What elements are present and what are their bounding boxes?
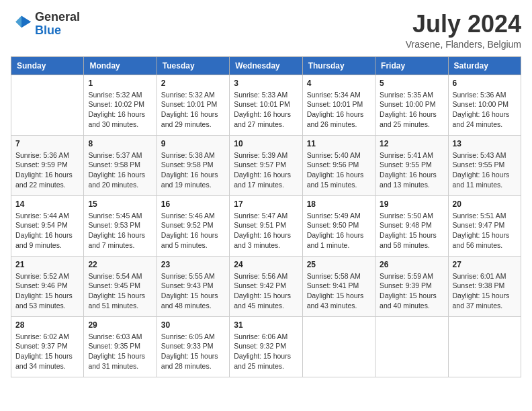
calendar-week-row: 14Sunrise: 5:44 AM Sunset: 9:54 PM Dayli… xyxy=(11,195,521,256)
weekday-header: Friday xyxy=(375,56,448,75)
calendar-cell: 12Sunrise: 5:41 AM Sunset: 9:55 PM Dayli… xyxy=(375,135,448,195)
calendar-cell: 17Sunrise: 5:47 AM Sunset: 9:51 PM Dayli… xyxy=(230,195,302,256)
calendar-cell: 21Sunrise: 5:52 AM Sunset: 9:46 PM Dayli… xyxy=(11,256,84,316)
calendar-cell: 18Sunrise: 5:49 AM Sunset: 9:50 PM Dayli… xyxy=(302,195,375,256)
day-info: Sunrise: 5:51 AM Sunset: 9:47 PM Dayligh… xyxy=(453,211,517,250)
calendar-cell: 1Sunrise: 5:32 AM Sunset: 10:02 PM Dayli… xyxy=(84,75,157,135)
logo: General Blue xyxy=(11,11,80,38)
day-number: 2 xyxy=(161,79,225,88)
day-number: 8 xyxy=(88,139,152,148)
day-number: 16 xyxy=(161,199,225,209)
day-info: Sunrise: 6:03 AM Sunset: 9:35 PM Dayligh… xyxy=(88,332,152,371)
svg-marker-2 xyxy=(15,15,21,28)
weekday-header: Wednesday xyxy=(230,56,302,75)
day-number: 11 xyxy=(307,139,371,148)
svg-marker-1 xyxy=(21,15,31,28)
day-number: 30 xyxy=(161,320,225,330)
calendar-cell: 29Sunrise: 6:03 AM Sunset: 9:35 PM Dayli… xyxy=(84,316,157,377)
calendar-cell: 13Sunrise: 5:43 AM Sunset: 9:55 PM Dayli… xyxy=(448,135,521,195)
weekday-header: Tuesday xyxy=(157,56,229,75)
day-number: 10 xyxy=(234,139,298,148)
calendar-cell: 11Sunrise: 5:40 AM Sunset: 9:56 PM Dayli… xyxy=(302,135,375,195)
day-info: Sunrise: 5:54 AM Sunset: 9:45 PM Dayligh… xyxy=(88,271,152,311)
calendar-cell: 10Sunrise: 5:39 AM Sunset: 9:57 PM Dayli… xyxy=(230,135,302,195)
calendar-cell: 6Sunrise: 5:36 AM Sunset: 10:00 PM Dayli… xyxy=(448,75,521,135)
day-number: 12 xyxy=(380,139,443,148)
day-number: 13 xyxy=(453,139,517,148)
day-number: 28 xyxy=(15,320,79,330)
day-number: 24 xyxy=(234,260,298,269)
day-info: Sunrise: 5:34 AM Sunset: 10:01 PM Daylig… xyxy=(307,90,371,130)
day-number: 6 xyxy=(453,79,517,88)
calendar-cell: 4Sunrise: 5:34 AM Sunset: 10:01 PM Dayli… xyxy=(302,75,375,135)
day-info: Sunrise: 5:36 AM Sunset: 9:59 PM Dayligh… xyxy=(15,150,79,190)
day-number: 23 xyxy=(161,260,225,269)
calendar-header: SundayMondayTuesdayWednesdayThursdayFrid… xyxy=(11,56,521,75)
calendar-week-row: 7Sunrise: 5:36 AM Sunset: 9:59 PM Daylig… xyxy=(11,135,521,195)
day-info: Sunrise: 5:52 AM Sunset: 9:46 PM Dayligh… xyxy=(15,271,79,311)
day-number: 14 xyxy=(15,199,79,209)
calendar-cell xyxy=(11,75,84,135)
calendar-cell: 14Sunrise: 5:44 AM Sunset: 9:54 PM Dayli… xyxy=(11,195,84,256)
day-number: 3 xyxy=(234,79,298,88)
day-info: Sunrise: 5:35 AM Sunset: 10:00 PM Daylig… xyxy=(380,90,443,130)
calendar-cell: 15Sunrise: 5:45 AM Sunset: 9:53 PM Dayli… xyxy=(84,195,157,256)
day-number: 29 xyxy=(88,320,152,330)
day-number: 22 xyxy=(88,260,152,269)
page-header: General Blue July 2024 Vrasene, Flanders… xyxy=(11,11,521,50)
day-info: Sunrise: 5:33 AM Sunset: 10:01 PM Daylig… xyxy=(234,90,298,130)
calendar-cell xyxy=(302,316,375,377)
day-info: Sunrise: 5:41 AM Sunset: 9:55 PM Dayligh… xyxy=(380,150,443,190)
day-number: 4 xyxy=(307,79,371,88)
day-info: Sunrise: 5:47 AM Sunset: 9:51 PM Dayligh… xyxy=(234,211,298,250)
weekday-header: Sunday xyxy=(11,56,84,75)
calendar-cell: 31Sunrise: 6:06 AM Sunset: 9:32 PM Dayli… xyxy=(230,316,302,377)
weekday-header: Thursday xyxy=(302,56,375,75)
day-info: Sunrise: 5:32 AM Sunset: 10:01 PM Daylig… xyxy=(161,90,225,130)
day-info: Sunrise: 5:40 AM Sunset: 9:56 PM Dayligh… xyxy=(307,150,371,190)
logo-line1: General xyxy=(35,11,80,24)
day-info: Sunrise: 5:46 AM Sunset: 9:52 PM Dayligh… xyxy=(161,211,225,250)
day-number: 26 xyxy=(380,260,443,269)
logo-line2: Blue xyxy=(35,24,80,38)
day-number: 1 xyxy=(88,79,152,88)
calendar-week-row: 1Sunrise: 5:32 AM Sunset: 10:02 PM Dayli… xyxy=(11,75,521,135)
calendar-cell: 30Sunrise: 6:05 AM Sunset: 9:33 PM Dayli… xyxy=(157,316,229,377)
calendar-cell xyxy=(375,316,448,377)
day-info: Sunrise: 5:50 AM Sunset: 9:48 PM Dayligh… xyxy=(380,211,443,250)
day-info: Sunrise: 5:59 AM Sunset: 9:39 PM Dayligh… xyxy=(380,271,443,311)
day-number: 18 xyxy=(307,199,371,209)
location: Vrasene, Flanders, Belgium xyxy=(406,39,521,50)
calendar-cell: 20Sunrise: 5:51 AM Sunset: 9:47 PM Dayli… xyxy=(448,195,521,256)
day-number: 15 xyxy=(88,199,152,209)
day-info: Sunrise: 5:36 AM Sunset: 10:00 PM Daylig… xyxy=(453,90,517,130)
day-number: 5 xyxy=(380,79,443,88)
calendar-cell: 9Sunrise: 5:38 AM Sunset: 9:58 PM Daylig… xyxy=(157,135,229,195)
calendar-cell: 22Sunrise: 5:54 AM Sunset: 9:45 PM Dayli… xyxy=(84,256,157,316)
day-info: Sunrise: 5:49 AM Sunset: 9:50 PM Dayligh… xyxy=(307,211,371,250)
calendar-table: SundayMondayTuesdayWednesdayThursdayFrid… xyxy=(11,56,521,377)
calendar-week-row: 28Sunrise: 6:02 AM Sunset: 9:37 PM Dayli… xyxy=(11,316,521,377)
day-info: Sunrise: 6:02 AM Sunset: 9:37 PM Dayligh… xyxy=(15,332,79,371)
day-number: 21 xyxy=(15,260,79,269)
weekday-header: Monday xyxy=(84,56,157,75)
calendar-cell: 28Sunrise: 6:02 AM Sunset: 9:37 PM Dayli… xyxy=(11,316,84,377)
calendar-cell: 25Sunrise: 5:58 AM Sunset: 9:41 PM Dayli… xyxy=(302,256,375,316)
calendar-cell: 19Sunrise: 5:50 AM Sunset: 9:48 PM Dayli… xyxy=(375,195,448,256)
calendar-cell: 2Sunrise: 5:32 AM Sunset: 10:01 PM Dayli… xyxy=(157,75,229,135)
calendar-cell: 24Sunrise: 5:56 AM Sunset: 9:42 PM Dayli… xyxy=(230,256,302,316)
day-number: 7 xyxy=(15,139,79,148)
day-number: 27 xyxy=(453,260,517,269)
day-info: Sunrise: 5:45 AM Sunset: 9:53 PM Dayligh… xyxy=(88,211,152,250)
weekday-header: Saturday xyxy=(448,56,521,75)
day-info: Sunrise: 5:58 AM Sunset: 9:41 PM Dayligh… xyxy=(307,271,371,311)
day-number: 17 xyxy=(234,199,298,209)
day-info: Sunrise: 5:43 AM Sunset: 9:55 PM Dayligh… xyxy=(453,150,517,190)
weekday-row: SundayMondayTuesdayWednesdayThursdayFrid… xyxy=(11,56,521,75)
calendar-body: 1Sunrise: 5:32 AM Sunset: 10:02 PM Dayli… xyxy=(11,75,521,377)
calendar-cell: 23Sunrise: 5:55 AM Sunset: 9:43 PM Dayli… xyxy=(157,256,229,316)
day-info: Sunrise: 6:05 AM Sunset: 9:33 PM Dayligh… xyxy=(161,332,225,371)
calendar-cell: 5Sunrise: 5:35 AM Sunset: 10:00 PM Dayli… xyxy=(375,75,448,135)
day-info: Sunrise: 5:44 AM Sunset: 9:54 PM Dayligh… xyxy=(15,211,79,250)
day-number: 31 xyxy=(234,320,298,330)
